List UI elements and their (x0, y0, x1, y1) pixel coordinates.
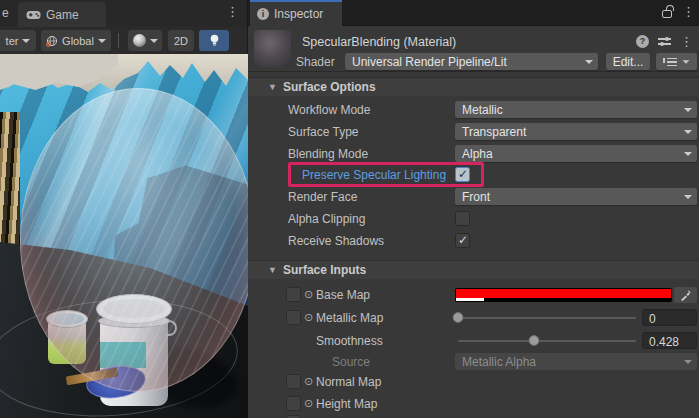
space-label: Global (62, 35, 94, 47)
chevron-down-icon (683, 60, 690, 63)
height-map-texture-slot[interactable] (286, 396, 301, 411)
game-tab-bar: e Game ⋮ (0, 0, 247, 27)
foldout-icon: ▼ (268, 82, 277, 92)
normal-map-label: Normal Map (316, 375, 381, 389)
preserve-specular-label: Preserve Specular Lighting (302, 168, 446, 182)
row-metallic-map: ⊙ Metallic Map 0 (248, 308, 699, 328)
scene-lighting-toggle-button[interactable] (199, 30, 229, 51)
scene-toolbar: ter Global 2D (0, 27, 247, 54)
shader-options-button[interactable] (656, 53, 697, 70)
object-picker-icon[interactable]: ⊙ (304, 288, 313, 301)
height-map-label: Height Map (316, 397, 377, 411)
smoothness-slider[interactable] (458, 340, 636, 342)
surface-type-dropdown[interactable]: Transparent (455, 123, 697, 140)
row-next-partial (248, 414, 699, 418)
base-map-texture-slot[interactable] (286, 287, 301, 302)
tab-game[interactable]: Game (18, 2, 106, 27)
metallic-slider[interactable] (458, 317, 636, 319)
gamepad-icon (26, 10, 41, 20)
row-workflow-mode: Workflow Mode Metallic (248, 100, 699, 120)
toolbar-separator (118, 33, 119, 48)
surface-type-label: Surface Type (288, 125, 359, 139)
shader-dropdown[interactable]: Universal Render Pipeline/Lit (345, 53, 598, 70)
space-global-dropdown[interactable]: Global (41, 30, 111, 51)
alpha-clipping-checkbox[interactable] (455, 211, 470, 226)
receive-shadows-checkbox[interactable] (455, 233, 470, 248)
alpha-clipping-label: Alpha Clipping (288, 212, 365, 226)
shader-edit-button[interactable]: Edit... (606, 53, 650, 70)
presets-icon[interactable] (658, 36, 671, 47)
pivot-dropdown[interactable]: ter (0, 30, 36, 51)
section-surface-inputs-label: Surface Inputs (283, 263, 366, 277)
workflow-mode-label: Workflow Mode (288, 103, 370, 117)
list-icon (663, 57, 677, 67)
chevron-down-icon (684, 360, 692, 364)
globe-icon (46, 35, 58, 47)
info-icon: i (257, 8, 269, 20)
game-view-panel: e Game ⋮ ter (0, 0, 248, 418)
chevron-down-icon (684, 152, 692, 156)
inspector-tab-bar: i Inspector ⋮ (248, 0, 699, 26)
lightbulb-icon (209, 34, 220, 47)
normal-map-texture-slot[interactable] (286, 374, 301, 389)
row-surface-type: Surface Type Transparent (248, 122, 699, 142)
smoothness-value-field[interactable]: 0.428 (642, 332, 697, 349)
unity-editor-window: e Game ⋮ ter (0, 0, 699, 418)
cutoff-tab-label: e (2, 6, 9, 20)
blending-mode-value: Alpha (462, 147, 493, 161)
metallic-value-field[interactable]: 0 (642, 309, 697, 326)
preserve-specular-checkbox[interactable] (455, 167, 470, 182)
smoothness-label: Smoothness (316, 334, 383, 348)
tab-inspector-label: Inspector (274, 7, 323, 21)
workflow-mode-dropdown[interactable]: Metallic (455, 101, 697, 118)
shader-row: Shader Universal Render Pipeline/Lit Edi… (248, 53, 699, 71)
render-face-dropdown[interactable]: Front (455, 188, 697, 205)
blending-mode-dropdown[interactable]: Alpha (455, 145, 697, 162)
base-map-label: Base Map (316, 288, 370, 302)
render-face-value: Front (462, 190, 490, 204)
source-dropdown: Metallic Alpha (455, 353, 697, 370)
inspector-panel: i Inspector ⋮ SpecularBlending (Material… (248, 0, 699, 418)
row-normal-map: ⊙ Normal Map (248, 372, 699, 392)
render-face-label: Render Face (288, 190, 357, 204)
metallic-slider-knob[interactable] (453, 312, 464, 323)
source-label: Source (332, 355, 370, 369)
shader-value: Universal Render Pipeline/Lit (352, 55, 507, 69)
metallic-map-texture-slot[interactable] (286, 310, 301, 325)
smoothness-slider-knob[interactable] (529, 335, 540, 346)
help-icon[interactable]: ? (636, 35, 649, 48)
pivot-label: ter (6, 35, 19, 47)
foldout-icon: ▼ (268, 265, 277, 275)
inspector-kebab-icon[interactable]: ⋮ (682, 5, 695, 18)
chevron-down-icon (98, 39, 106, 43)
row-height-map: ⊙ Height Map (248, 394, 699, 414)
alpha-bar (456, 298, 484, 301)
base-map-color-field[interactable] (455, 288, 672, 302)
section-surface-options[interactable]: ▼ Surface Options (248, 77, 699, 96)
shading-mode-dropdown[interactable] (128, 30, 162, 51)
game-menu-kebab-icon[interactable]: ⋮ (226, 5, 239, 18)
chevron-down-icon (585, 60, 593, 64)
chevron-down-icon (150, 39, 158, 43)
chevron-down-icon (684, 195, 692, 199)
toggle-2d-button[interactable]: 2D (168, 30, 194, 51)
material-kebab-icon[interactable]: ⋮ (680, 35, 693, 48)
object-picker-icon[interactable]: ⊙ (304, 375, 313, 388)
tab-inspector[interactable]: i Inspector (250, 0, 342, 26)
receive-shadows-label: Receive Shadows (288, 234, 384, 248)
row-receive-shadows: Receive Shadows (248, 231, 699, 251)
material-header: SpecularBlending (Material) ? ⋮ Shader U… (248, 27, 699, 72)
row-smoothness: Smoothness 0.428 (248, 331, 699, 351)
object-picker-icon[interactable]: ⊙ (304, 397, 313, 410)
object-picker-icon[interactable]: ⊙ (304, 311, 313, 324)
shaded-sphere-icon (133, 34, 146, 47)
game-viewport[interactable] (0, 54, 248, 418)
chevron-down-icon (22, 39, 30, 43)
chevron-down-icon (684, 130, 692, 134)
section-surface-inputs[interactable]: ▼ Surface Inputs (248, 260, 699, 279)
2d-label: 2D (174, 35, 188, 47)
shader-label: Shader (296, 55, 335, 69)
eyedropper-button[interactable] (674, 287, 697, 303)
lock-icon[interactable] (662, 10, 672, 18)
chevron-down-icon (684, 108, 692, 112)
